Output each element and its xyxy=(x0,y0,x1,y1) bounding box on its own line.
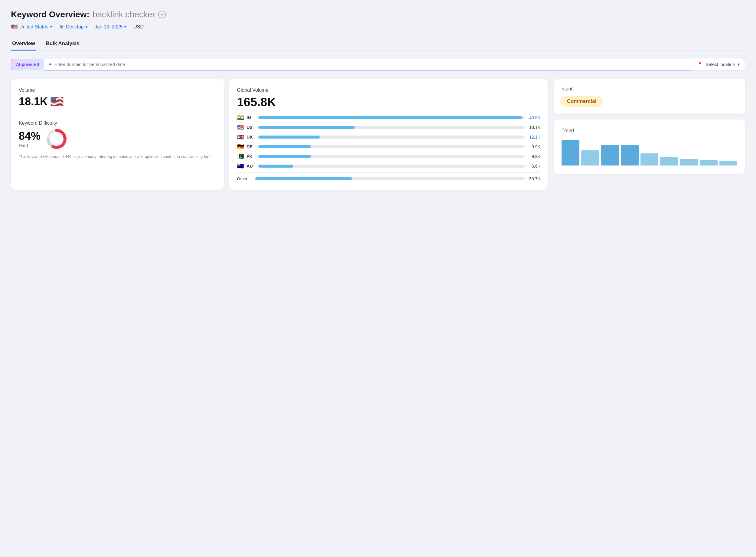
country-row: 🇬🇧 UK 12.1K xyxy=(237,134,540,140)
domain-input[interactable] xyxy=(55,62,688,67)
cards-row: Volume 18.1K 🇺🇸 Keyword Difficulty 84% H… xyxy=(11,79,745,190)
right-column: Intent Commercial Trend xyxy=(554,79,745,190)
location-selector[interactable]: 📍 Select location ▾ xyxy=(692,58,745,70)
other-bar-fill xyxy=(255,177,352,180)
trend-bar xyxy=(581,150,599,166)
trend-bar xyxy=(640,153,658,166)
country-bar-bg xyxy=(258,155,525,158)
country-code: US xyxy=(247,125,255,130)
volume-value: 18.1K 🇺🇸 xyxy=(19,95,216,108)
country-value: 9.9K xyxy=(528,144,540,149)
kd-row: 84% Hard xyxy=(19,128,216,149)
gv-value: 165.8K xyxy=(237,95,540,109)
tab-overview[interactable]: Overview xyxy=(11,37,36,51)
location-flag: 🇺🇸 xyxy=(11,24,18,30)
volume-flag: 🇺🇸 xyxy=(50,95,64,108)
country-bar-fill xyxy=(258,126,355,129)
country-bar-fill xyxy=(258,136,320,139)
other-row: Other 59.7K xyxy=(237,172,540,181)
volume-difficulty-card: Volume 18.1K 🇺🇸 Keyword Difficulty 84% H… xyxy=(11,79,224,190)
country-bar-bg xyxy=(258,116,525,119)
intent-label: Intent xyxy=(560,86,738,92)
location-pin-icon: 📍 xyxy=(697,61,703,67)
kd-left: 84% Hard xyxy=(19,130,40,148)
country-bar-bg xyxy=(258,126,525,129)
country-flag: 🇵🇰 xyxy=(237,153,244,160)
other-value: 59.7K xyxy=(528,176,540,181)
country-row: 🇮🇳 IN 49.5K xyxy=(237,114,540,121)
kd-sublabel: Hard xyxy=(19,143,40,148)
country-bar-fill xyxy=(258,155,311,158)
country-flag: 🇦🇺 xyxy=(237,163,244,170)
country-bar-bg xyxy=(258,145,525,148)
trend-bar xyxy=(680,159,698,166)
filter-bar: 🇺🇸 United States ▾ 🖥 Desktop ▾ Jan 13, 2… xyxy=(11,24,745,30)
intent-badge: Commercial xyxy=(560,96,603,107)
domain-input-wrapper[interactable]: ✦ xyxy=(44,58,692,70)
location-label: United States xyxy=(19,24,49,30)
trend-label: Trend xyxy=(562,128,737,134)
currency-label: USD xyxy=(133,24,144,30)
page-title: Keyword Overview: backlink checker + xyxy=(11,10,745,19)
country-code: UK xyxy=(247,135,255,140)
kd-number: 84% xyxy=(19,130,40,143)
trend-bar xyxy=(562,140,579,166)
trend-card: Trend xyxy=(554,119,745,174)
country-code: AU xyxy=(247,164,255,169)
country-bar-bg xyxy=(258,165,525,168)
card-divider xyxy=(19,114,216,114)
country-value: 12.1K xyxy=(528,135,540,140)
country-row: 🇺🇸 US 18.1K xyxy=(237,124,540,131)
country-value: 9.9K xyxy=(528,154,540,159)
add-keyword-icon[interactable]: + xyxy=(158,10,166,19)
donut-chart xyxy=(46,128,67,149)
currency-filter: USD xyxy=(133,24,144,30)
country-bar-fill xyxy=(258,165,293,168)
trend-bar xyxy=(660,157,678,166)
title-prefix: Keyword Overview: xyxy=(11,10,90,19)
country-flag: 🇩🇪 xyxy=(237,143,244,150)
ai-bar: AI-powered ✦ 📍 Select location ▾ xyxy=(11,58,745,70)
kd-description: This keyword will demand 449 high-author… xyxy=(19,154,216,160)
gv-label: Global Volume xyxy=(237,87,540,93)
volume-number: 18.1K xyxy=(19,95,48,108)
location-chevron: ▾ xyxy=(50,25,52,29)
other-label: Other xyxy=(237,176,252,181)
country-row: 🇦🇺 AU 6.6K xyxy=(237,163,540,170)
date-filter[interactable]: Jan 13, 2025 ▾ xyxy=(95,24,126,30)
country-flag: 🇮🇳 xyxy=(237,114,244,121)
country-bar-bg xyxy=(258,136,525,139)
trend-bars xyxy=(562,138,737,166)
global-volume-card: Global Volume 165.8K 🇮🇳 IN 49.5K 🇺🇸 US 1… xyxy=(229,79,548,190)
country-flag: 🇬🇧 xyxy=(237,134,244,140)
trend-bar xyxy=(719,161,737,166)
ai-badge: AI-powered xyxy=(11,59,44,70)
country-bar-fill xyxy=(258,116,522,119)
country-value: 18.1K xyxy=(528,125,540,130)
country-list: 🇮🇳 IN 49.5K 🇺🇸 US 18.1K 🇬🇧 UK 12.1K 🇩🇪 D… xyxy=(237,114,540,170)
device-icon: 🖥 xyxy=(59,24,64,30)
trend-bar xyxy=(601,145,619,166)
device-chevron: ▾ xyxy=(86,25,87,29)
country-bar-fill xyxy=(258,145,311,148)
trend-bar xyxy=(621,145,639,166)
location-selector-chevron: ▾ xyxy=(737,62,740,67)
tabs-row: Overview Bulk Analysis xyxy=(11,37,745,51)
country-row: 🇩🇪 DE 9.9K xyxy=(237,143,540,150)
country-code: DE xyxy=(247,144,255,149)
intent-card: Intent Commercial xyxy=(554,79,745,114)
location-filter[interactable]: 🇺🇸 United States ▾ xyxy=(11,24,52,30)
date-chevron: ▾ xyxy=(124,25,126,29)
volume-label: Volume xyxy=(19,87,216,93)
tab-bulk-analysis[interactable]: Bulk Analysis xyxy=(45,37,81,51)
country-code: IN xyxy=(247,115,255,120)
title-keyword: backlink checker xyxy=(93,10,155,19)
date-label: Jan 13, 2025 xyxy=(95,24,123,30)
country-value: 6.6K xyxy=(528,164,540,169)
other-bar-bg xyxy=(255,177,525,180)
country-value: 49.5K xyxy=(528,115,540,120)
country-flag: 🇺🇸 xyxy=(237,124,244,131)
device-filter[interactable]: 🖥 Desktop ▾ xyxy=(59,24,87,30)
trend-bar xyxy=(700,160,718,166)
sparkle-icon: ✦ xyxy=(48,61,52,67)
